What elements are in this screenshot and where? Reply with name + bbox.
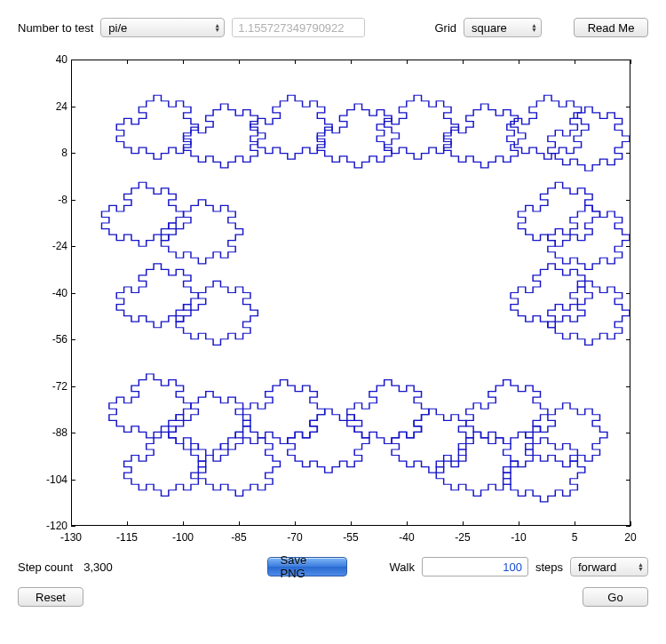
y-tick-mark xyxy=(626,293,630,294)
y-tick-mark xyxy=(71,293,75,294)
y-tick-mark xyxy=(71,480,75,481)
x-tick-mark xyxy=(575,60,575,64)
updown-icon: ▲▼ xyxy=(214,23,220,32)
y-tick-mark xyxy=(71,433,75,433)
x-tick-label: -55 xyxy=(343,531,358,544)
y-tick-mark xyxy=(626,246,630,247)
grid-select-value: square xyxy=(472,21,507,35)
y-tick-mark xyxy=(626,107,630,107)
walk-path xyxy=(72,60,630,525)
number-value-field: 1.155727349790922 xyxy=(232,18,365,37)
x-tick-mark xyxy=(351,521,352,526)
x-tick-mark xyxy=(575,521,575,526)
plot-frame xyxy=(71,60,630,526)
x-tick-mark xyxy=(71,60,72,64)
y-tick-mark xyxy=(626,480,630,481)
y-tick-label: 24 xyxy=(27,100,67,113)
number-to-test-value: pi/e xyxy=(108,21,127,35)
x-tick-mark xyxy=(519,521,519,526)
x-tick-mark xyxy=(519,60,519,64)
y-tick-mark xyxy=(626,153,630,154)
x-tick-label: -100 xyxy=(172,531,194,544)
x-tick-mark xyxy=(295,60,296,64)
x-tick-mark xyxy=(127,60,128,64)
number-to-test-label: Number to test xyxy=(18,21,93,35)
x-tick-mark xyxy=(183,521,184,526)
x-tick-mark xyxy=(407,521,408,526)
x-tick-label: -25 xyxy=(455,531,470,544)
y-tick-label: -8 xyxy=(27,194,67,206)
x-tick-label: -85 xyxy=(231,531,246,544)
x-tick-mark xyxy=(351,60,352,64)
x-tick-label: -10 xyxy=(511,531,526,544)
grid-select[interactable]: square ▲▼ xyxy=(464,18,542,37)
reset-button[interactable]: Reset xyxy=(18,587,83,607)
y-tick-label: 8 xyxy=(27,147,67,159)
x-tick-mark xyxy=(127,521,128,526)
y-tick-label: -24 xyxy=(27,240,67,252)
x-tick-mark xyxy=(463,521,464,526)
x-tick-label: -70 xyxy=(287,531,302,544)
y-tick-mark xyxy=(626,433,630,433)
y-tick-mark xyxy=(626,526,630,527)
x-tick-mark xyxy=(71,521,72,526)
y-tick-label: -88 xyxy=(27,426,67,439)
y-tick-label: 40 xyxy=(27,53,67,66)
go-button[interactable]: Go xyxy=(583,587,648,607)
y-tick-label: -104 xyxy=(27,473,67,486)
x-tick-mark xyxy=(239,60,240,64)
y-tick-mark xyxy=(71,386,75,387)
y-tick-label: -120 xyxy=(27,520,67,532)
x-tick-label: 20 xyxy=(624,531,636,544)
y-tick-mark xyxy=(71,200,75,201)
x-tick-mark xyxy=(407,60,408,64)
step-count-value: 3,300 xyxy=(83,561,113,574)
x-tick-mark xyxy=(239,521,240,526)
walk-steps-input[interactable] xyxy=(422,557,528,576)
y-tick-mark xyxy=(71,153,75,154)
y-tick-mark xyxy=(71,339,75,340)
x-tick-label: -130 xyxy=(60,531,82,544)
y-tick-label: -40 xyxy=(27,287,67,299)
read-me-button[interactable]: Read Me xyxy=(574,18,648,37)
updown-icon: ▲▼ xyxy=(531,23,537,32)
updown-icon: ▲▼ xyxy=(638,562,644,571)
save-png-button[interactable]: Save PNG xyxy=(267,557,347,576)
y-tick-label: -72 xyxy=(27,380,67,393)
x-tick-mark xyxy=(463,60,464,64)
y-tick-mark xyxy=(626,200,630,201)
y-tick-mark xyxy=(71,526,75,527)
y-tick-mark xyxy=(626,386,630,387)
x-tick-label: 5 xyxy=(572,531,578,544)
direction-select[interactable]: forward ▲▼ xyxy=(570,557,648,576)
x-tick-mark xyxy=(630,60,631,64)
x-tick-mark xyxy=(630,521,631,526)
walk-label: Walk xyxy=(390,561,415,574)
grid-label: Grid xyxy=(434,21,456,35)
y-tick-mark xyxy=(71,246,75,247)
y-tick-mark xyxy=(626,339,630,340)
y-tick-mark xyxy=(71,107,75,107)
x-tick-label: -40 xyxy=(399,531,414,544)
x-tick-mark xyxy=(183,60,184,64)
steps-label: steps xyxy=(535,561,563,574)
x-tick-mark xyxy=(295,521,296,526)
direction-select-value: forward xyxy=(578,561,616,574)
number-to-test-select[interactable]: pi/e ▲▼ xyxy=(100,18,225,37)
step-count-label: Step count xyxy=(18,561,73,574)
y-tick-label: -56 xyxy=(27,333,67,346)
chart: -120-104-88-72-56-40-24-882440-130-115-1… xyxy=(27,55,639,553)
x-tick-label: -115 xyxy=(116,531,138,544)
